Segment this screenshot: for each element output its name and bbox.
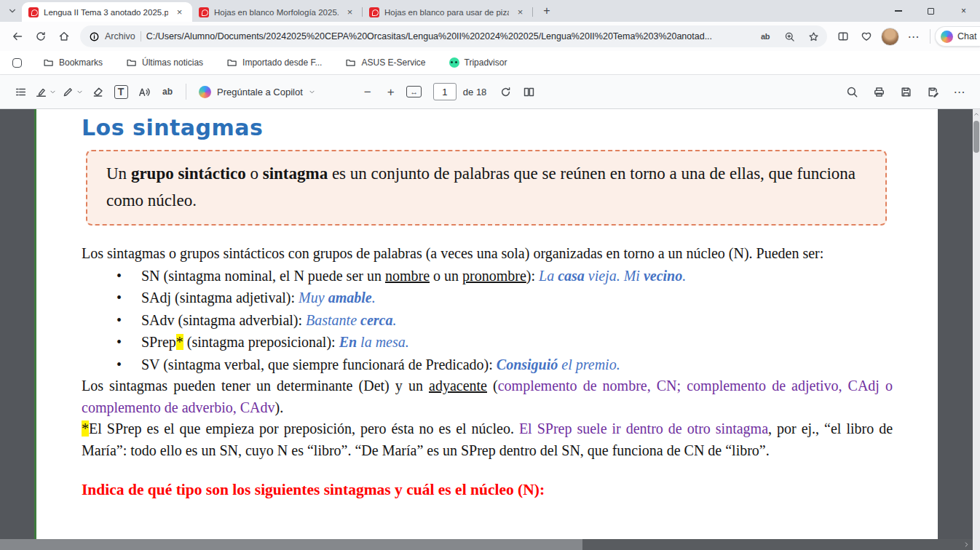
bookmark-item-ultimas-noticias[interactable]: Últimas noticias xyxy=(119,55,210,71)
chat-label: Chat xyxy=(957,31,976,41)
url-separator xyxy=(141,31,141,41)
table-of-contents-button[interactable] xyxy=(9,80,32,103)
chevron-down-icon[interactable] xyxy=(50,89,56,95)
tab-1[interactable]: Lengua II Tema 3 anotado 2025.pd... × xyxy=(22,2,192,22)
address-bar[interactable]: Archivo C:/Users/Alumno/Documents/202420… xyxy=(80,25,827,47)
tab-2[interactable]: Hojas en blanco Morfología 2025... × xyxy=(192,2,363,22)
bookmark-label: Importado desde F... xyxy=(242,57,322,68)
bullet-icon: • xyxy=(116,354,122,376)
highlighter-tool-button[interactable] xyxy=(32,80,59,103)
eraser-icon xyxy=(92,86,104,98)
bookmark-item-tripadvisor[interactable]: Tripadvisor xyxy=(443,55,514,71)
vertical-scrollbar-thumb[interactable] xyxy=(973,121,979,153)
bookmark-label: ASUS E-Service xyxy=(361,57,425,68)
bookmark-item-bookmarks[interactable]: Bookmarks xyxy=(36,55,109,71)
save-as-button[interactable] xyxy=(921,80,944,103)
bullet-text: SPrep* (sintagma preposicional): En la m… xyxy=(141,334,409,350)
pdf-viewer: Los sintagmas Un grupo sintáctico o sint… xyxy=(0,109,980,550)
chevron-down-icon[interactable] xyxy=(309,89,315,95)
ellipsis-icon: ⋯ xyxy=(908,30,920,44)
pen-tool-button[interactable] xyxy=(59,80,86,103)
tab-title: Hojas en blanco para usar de piza... xyxy=(384,8,509,17)
window-controls: × xyxy=(882,0,980,22)
search-document-button[interactable] xyxy=(840,80,864,103)
save-button[interactable] xyxy=(894,80,917,103)
bullet-icon: • xyxy=(116,309,122,332)
ellipsis-icon: ⋯ xyxy=(954,85,966,99)
bookmarks-bar: Bookmarks Últimas noticias Importado des… xyxy=(0,51,980,75)
page-view-button[interactable] xyxy=(517,80,540,103)
refresh-icon xyxy=(35,31,47,42)
tab-search-button[interactable] xyxy=(3,1,22,20)
bullet-icon: • xyxy=(116,331,122,354)
print-button[interactable] xyxy=(867,80,890,103)
translate-pdf-button[interactable]: ab xyxy=(156,80,179,103)
tab-close-icon[interactable]: × xyxy=(173,6,186,18)
bookmark-item-asus-eservice[interactable]: ASUS E-Service xyxy=(339,55,432,71)
fit-width-icon: ↔ xyxy=(406,86,422,97)
browser-essentials-button[interactable] xyxy=(855,25,878,48)
back-button[interactable] xyxy=(6,25,29,48)
split-screen-button[interactable] xyxy=(831,25,855,48)
url-text[interactable]: C:/Users/Alumno/Documents/20242025%20CEP… xyxy=(146,31,751,41)
page-count-label: de 18 xyxy=(463,87,487,97)
new-tab-button[interactable]: + xyxy=(537,1,556,20)
refresh-button[interactable] xyxy=(29,25,52,48)
bookmark-label: Últimas noticias xyxy=(142,57,203,68)
zoom-page-button[interactable] xyxy=(780,27,799,46)
zoom-out-button[interactable]: − xyxy=(356,80,379,103)
bookmark-item-importado[interactable]: Importado desde F... xyxy=(220,55,328,71)
copilot-icon xyxy=(941,31,953,43)
doc-title: Los sintagmas xyxy=(82,115,893,141)
bullet-text: SAdv (sintagma adverbial): Bastante cerc… xyxy=(141,312,396,328)
read-aloud-button[interactable] xyxy=(133,80,156,103)
copilot-chat-button[interactable]: Chat xyxy=(935,26,980,47)
copilot-icon xyxy=(199,86,211,98)
maximize-button[interactable] xyxy=(914,0,947,22)
bookmark-label: Bookmarks xyxy=(59,57,103,68)
print-icon xyxy=(873,86,885,98)
tab-close-icon[interactable]: × xyxy=(514,6,526,18)
close-button[interactable]: × xyxy=(947,0,980,22)
star-icon xyxy=(808,31,819,42)
scroll-up-arrow-icon[interactable] xyxy=(973,111,980,118)
two-page-view-icon xyxy=(523,86,535,98)
rotate-button[interactable] xyxy=(494,80,517,103)
vertical-scrollbar[interactable] xyxy=(973,109,980,539)
horizontal-scrollbar[interactable] xyxy=(0,539,973,550)
home-button[interactable] xyxy=(52,25,76,48)
toolbar-separator xyxy=(186,84,186,100)
page-margin-rule xyxy=(34,109,36,550)
ask-copilot-button[interactable]: Pregúntale a Copilot xyxy=(193,80,321,103)
minimize-button[interactable] xyxy=(882,0,914,22)
scroll-right-arrow-icon[interactable] xyxy=(963,541,970,548)
chevron-down-icon[interactable] xyxy=(76,89,83,95)
bullet-icon: • xyxy=(116,287,122,309)
add-text-button[interactable]: T xyxy=(109,80,133,103)
split-screen-icon xyxy=(837,31,849,42)
zoom-out-icon: − xyxy=(364,86,371,98)
tab-3[interactable]: Hojas en blanco para usar de piza... × xyxy=(363,2,533,22)
tab-title: Hojas en blanco Morfología 2025... xyxy=(214,8,339,17)
tab-close-icon[interactable]: × xyxy=(344,6,356,18)
horizontal-scrollbar-thumb[interactable] xyxy=(0,539,582,550)
more-options-button[interactable]: ⋯ xyxy=(948,80,971,103)
fit-to-width-button[interactable]: ↔ xyxy=(403,80,426,103)
search-icon xyxy=(846,86,858,98)
tripadvisor-favicon xyxy=(449,57,459,68)
profile-avatar[interactable] xyxy=(881,28,899,46)
highlighter-icon xyxy=(35,86,47,98)
bullet-text: SAdj (sintagma adjetival): Muy amable. xyxy=(141,290,376,306)
tab-title: Lengua II Tema 3 anotado 2025.pd... xyxy=(44,8,168,17)
settings-more-button[interactable]: ⋯ xyxy=(902,25,925,48)
translate-button[interactable]: ab xyxy=(756,27,775,46)
bullet-item-sn: •SN (sintagma nominal, el N puede ser un… xyxy=(82,265,893,287)
bullet-item-sprep: •SPrep* (sintagma preposicional): En la … xyxy=(82,331,893,354)
zoom-in-button[interactable]: + xyxy=(379,80,403,103)
maximize-icon xyxy=(928,8,934,15)
add-favorite-button[interactable] xyxy=(804,27,823,46)
eraser-tool-button[interactable] xyxy=(86,80,109,103)
page-number-input[interactable] xyxy=(433,83,457,100)
workspaces-button[interactable] xyxy=(7,54,26,71)
folder-icon xyxy=(126,57,137,68)
